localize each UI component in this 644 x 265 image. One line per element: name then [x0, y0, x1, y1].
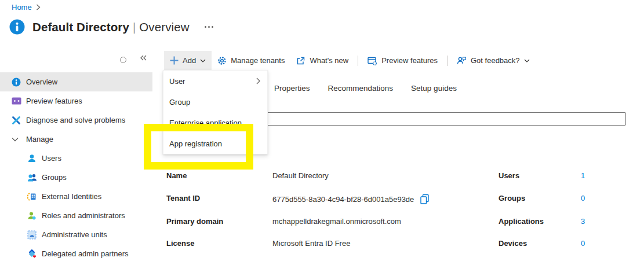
stat-row-groups: Groups 0: [499, 194, 585, 203]
tenant-id-value: 6775d555-8a30-4c94-bf28-6d001a5e93de: [272, 195, 414, 204]
menu-item-user[interactable]: User: [163, 71, 267, 91]
gear-icon: [217, 56, 227, 65]
menu-item-enterprise-application[interactable]: Enterprise application: [163, 112, 267, 133]
sidebar-item-groups[interactable]: Groups: [0, 168, 152, 187]
property-value: Default Directory: [272, 171, 329, 180]
tab-setup-guides[interactable]: Setup guides: [411, 83, 457, 94]
sidebar-item-admin-units[interactable]: Administrative units: [0, 225, 152, 244]
add-button-label: Add: [183, 56, 196, 65]
sidebar-item-diagnose[interactable]: Diagnose and solve problems: [0, 111, 152, 130]
sidebar-item-label: Diagnose and solve problems: [26, 116, 125, 124]
breadcrumb: Home: [12, 3, 41, 12]
stat-label: Devices: [499, 239, 581, 248]
toolbar-separator: [358, 56, 358, 66]
stat-row-users: Users 1: [499, 171, 585, 180]
menu-item-label: Group: [169, 98, 190, 106]
sidebar-item-label: Users: [42, 154, 61, 163]
info-icon: [12, 78, 21, 87]
property-value: mchappelldrakegmail.onmicrosoft.com: [272, 217, 401, 226]
sidebar-item-label: Roles and administrators: [42, 211, 125, 220]
search-input[interactable]: [264, 112, 626, 126]
sidebar-item-label: Administrative units: [42, 230, 107, 239]
sidebar-item-label: Preview features: [26, 97, 82, 105]
stat-label: Groups: [499, 194, 581, 203]
roles-admin-icon: [27, 211, 37, 220]
chevron-down-icon: [12, 137, 19, 142]
preview-purple-icon: [12, 97, 21, 105]
sidebar-item-roles[interactable]: Roles and administrators: [0, 206, 152, 225]
menu-item-label: Enterprise application: [169, 119, 242, 127]
stat-row-applications: Applications 3: [499, 217, 585, 226]
preview-features-label: Preview features: [381, 56, 438, 65]
sidebar-item-label: Overview: [26, 78, 57, 86]
preview-features-icon: [368, 56, 377, 65]
sidebar-item-label: External Identities: [42, 192, 101, 201]
sidebar-item-users[interactable]: Users: [0, 149, 152, 168]
command-bar: Add Manage tenants What's new Preview fe…: [0, 51, 644, 70]
preview-features-button[interactable]: Preview features: [362, 51, 443, 70]
info-icon: [9, 19, 25, 35]
delegated-admin-icon: [27, 249, 37, 259]
property-row-name: Name Default Directory: [166, 171, 329, 180]
sidebar-item-label: Groups: [42, 173, 67, 182]
copy-icon: [420, 194, 430, 204]
whats-new-label: What's new: [310, 56, 348, 65]
stat-value-link[interactable]: 1: [581, 171, 585, 180]
menu-item-label: App registration: [169, 139, 222, 148]
sidebar-item-delegated-admin[interactable]: Delegated admin partners: [0, 244, 152, 263]
property-row-primary-domain: Primary domain mchappelldrakegmail.onmic…: [166, 217, 401, 226]
property-label: Tenant ID: [166, 194, 272, 204]
property-value: 6775d555-8a30-4c94-bf28-6d001a5e93de: [272, 194, 430, 204]
plus-icon: [170, 56, 179, 65]
whats-new-button[interactable]: What's new: [290, 51, 354, 70]
menu-item-group[interactable]: Group: [163, 91, 267, 112]
stat-value-link[interactable]: 3: [581, 217, 585, 226]
chevron-right-icon: [256, 78, 260, 84]
copy-button[interactable]: [420, 194, 430, 204]
got-feedback-label: Got feedback?: [471, 56, 520, 65]
chevron-down-icon: [200, 59, 206, 62]
stat-label: Users: [499, 171, 581, 180]
diagnose-tools-icon: [12, 116, 21, 125]
tab-properties[interactable]: Properties: [274, 83, 310, 94]
stat-row-devices: Devices 0: [499, 239, 585, 248]
admin-units-icon: [27, 230, 37, 240]
chevron-down-icon: [524, 59, 530, 62]
breadcrumb-home-link[interactable]: Home: [12, 3, 32, 12]
menu-item-label: User: [169, 77, 185, 86]
manage-tenants-button[interactable]: Manage tenants: [212, 51, 290, 70]
toolbar-separator: [447, 56, 447, 66]
page-header: Default Directory|Overview: [9, 19, 216, 35]
stat-value-link[interactable]: 0: [581, 194, 585, 203]
page-title-separator: |: [129, 20, 139, 34]
sidebar-item-label: Delegated admin partners: [42, 249, 129, 258]
groups-icon: [27, 173, 37, 182]
got-feedback-button[interactable]: Got feedback?: [451, 51, 536, 70]
open-in-new-icon: [296, 56, 305, 65]
menu-item-app-registration[interactable]: App registration: [163, 133, 267, 154]
tab-recommendations[interactable]: Recommendations: [328, 83, 394, 94]
sidebar-item-external-identities[interactable]: External Identities: [0, 187, 152, 206]
breadcrumb-chevron-icon: [36, 4, 41, 10]
sidebar-nav: Overview Preview features Diagnose and s…: [0, 72, 152, 263]
external-identities-icon: [27, 192, 37, 201]
user-icon: [27, 154, 37, 163]
page-title-name: Default Directory: [32, 20, 129, 34]
person-feedback-icon: [457, 56, 467, 65]
stat-label: Applications: [499, 217, 581, 226]
add-dropdown-menu: User Group Enterprise application App re…: [163, 70, 268, 154]
property-label: Name: [166, 171, 272, 180]
tab-bar: Properties Recommendations Setup guides: [274, 83, 457, 94]
sidebar-item-manage[interactable]: Manage: [0, 130, 152, 149]
sidebar-item-preview-features[interactable]: Preview features: [0, 91, 152, 111]
more-options-icon[interactable]: [202, 24, 216, 30]
property-row-tenant-id: Tenant ID 6775d555-8a30-4c94-bf28-6d001a…: [166, 194, 430, 204]
property-value: Microsoft Entra ID Free: [272, 239, 350, 248]
add-button[interactable]: Add: [164, 51, 212, 70]
sidebar-item-label: Manage: [26, 135, 53, 143]
sidebar-item-overview[interactable]: Overview: [0, 72, 152, 91]
stat-value-link[interactable]: 0: [581, 239, 585, 248]
property-row-license: License Microsoft Entra ID Free: [166, 239, 350, 248]
page-title: Default Directory|Overview: [32, 20, 190, 34]
page-title-section: Overview: [139, 20, 189, 34]
